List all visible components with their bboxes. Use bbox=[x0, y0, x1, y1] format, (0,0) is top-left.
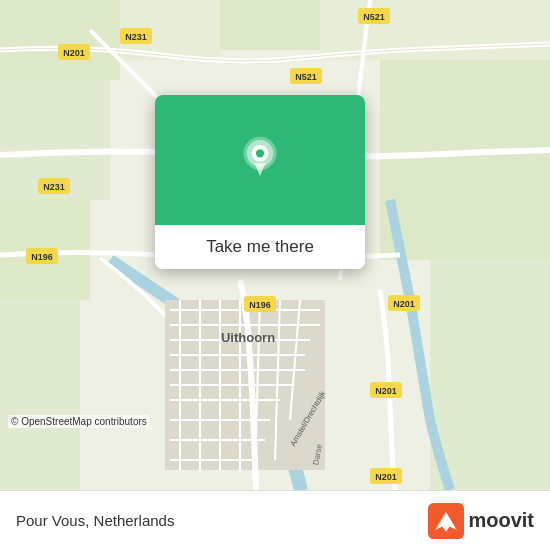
svg-rect-4 bbox=[220, 0, 320, 50]
location-pin-icon bbox=[235, 135, 285, 185]
map-attribution: © OpenStreetMap contributors bbox=[8, 415, 150, 428]
popup-button-area: Take me there bbox=[155, 225, 365, 269]
svg-text:N521: N521 bbox=[295, 72, 317, 82]
svg-text:Uithoorn: Uithoorn bbox=[221, 330, 275, 345]
svg-text:N201: N201 bbox=[375, 386, 397, 396]
popup-green-background bbox=[155, 95, 365, 225]
svg-rect-9 bbox=[380, 60, 550, 260]
moovit-logo-icon bbox=[428, 503, 464, 539]
moovit-brand-text: moovit bbox=[468, 509, 534, 532]
map-container: N521 N231 N201 N201 N521 N231 N196 N196 … bbox=[0, 0, 550, 490]
popup-card: Take me there bbox=[155, 95, 365, 269]
svg-text:N231: N231 bbox=[125, 32, 147, 42]
moovit-logo: moovit bbox=[428, 503, 534, 539]
svg-text:N201: N201 bbox=[63, 48, 85, 58]
svg-text:N196: N196 bbox=[249, 300, 271, 310]
svg-text:N521: N521 bbox=[363, 12, 385, 22]
bottom-bar: Pour Vous, Netherlands moovit bbox=[0, 490, 550, 550]
svg-text:N201: N201 bbox=[393, 299, 415, 309]
svg-text:N196: N196 bbox=[31, 252, 53, 262]
svg-rect-8 bbox=[0, 300, 80, 490]
svg-point-57 bbox=[256, 149, 264, 157]
svg-rect-10 bbox=[430, 260, 550, 490]
svg-text:N201: N201 bbox=[375, 472, 397, 482]
take-me-there-button[interactable]: Take me there bbox=[171, 237, 349, 257]
location-label: Pour Vous, Netherlands bbox=[16, 512, 174, 529]
svg-text:N231: N231 bbox=[43, 182, 65, 192]
